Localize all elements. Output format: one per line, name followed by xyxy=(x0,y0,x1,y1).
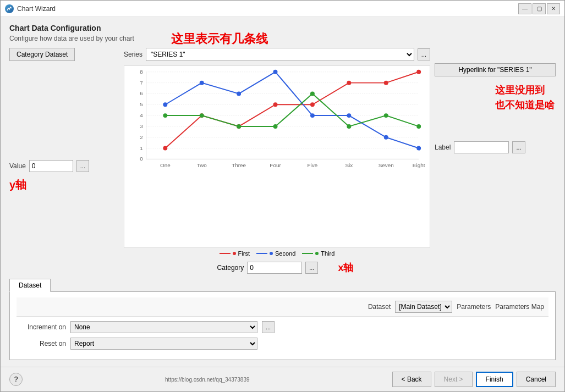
svg-text:5: 5 xyxy=(140,101,143,107)
increment-on-row: Increment on None ... xyxy=(17,321,548,333)
category-ellipsis-button[interactable]: ... xyxy=(305,262,318,274)
chart-container: 0 1 2 3 4 5 6 7 8 One Two Three Four xyxy=(124,65,430,248)
value-ellipsis-button[interactable]: ... xyxy=(76,160,89,172)
tab-content: Dataset [Main Dataset] Parameters Parame… xyxy=(9,292,556,360)
dataset-label: Dataset xyxy=(368,303,391,311)
minimize-button[interactable]: — xyxy=(518,3,531,14)
close-button[interactable]: ✕ xyxy=(547,3,560,14)
svg-point-44 xyxy=(200,113,204,118)
dataset-select[interactable]: [Main Dataset] xyxy=(395,301,452,313)
svg-text:Six: Six xyxy=(345,162,353,168)
xaxis-annotation: x轴 xyxy=(338,261,353,274)
reset-on-row: Reset on Report xyxy=(17,338,548,350)
legend-first: First xyxy=(220,250,250,257)
svg-point-27 xyxy=(163,146,167,151)
label-input[interactable] xyxy=(454,141,509,153)
svg-text:6: 6 xyxy=(140,90,143,96)
svg-text:4: 4 xyxy=(140,112,143,118)
center-panel: Series "SERIES 1" ... xyxy=(124,48,430,274)
annotation-right: 这里没用到 也不知道是啥 xyxy=(495,83,555,113)
left-panel: Category Dataset Value ... y轴 xyxy=(9,48,119,274)
legend-third: Third xyxy=(302,250,334,257)
svg-point-36 xyxy=(200,81,204,85)
series-ellipsis-button[interactable]: ... xyxy=(418,48,430,60)
window-icon xyxy=(5,4,14,13)
svg-text:Four: Four xyxy=(270,162,281,168)
series-label: Series xyxy=(124,51,142,58)
value-label: Value xyxy=(9,162,26,170)
increment-on-select[interactable]: None xyxy=(70,321,257,333)
value-row: Value ... xyxy=(9,160,89,172)
category-dataset-button[interactable]: Category Dataset xyxy=(9,48,75,61)
svg-point-46 xyxy=(273,124,278,129)
svg-point-31 xyxy=(310,102,315,107)
tab-bar: Dataset xyxy=(9,279,556,292)
svg-point-43 xyxy=(163,113,167,118)
page-title: Chart Data Configuration xyxy=(9,24,556,32)
titlebar: Chart Wizard — ▢ ✕ xyxy=(1,1,564,17)
value-input[interactable] xyxy=(29,160,73,172)
page-subtitle: Configure how data are used by your char… xyxy=(9,35,556,42)
tabs-section: Dataset Dataset [Main Dataset] Parameter… xyxy=(9,279,556,360)
svg-text:8: 8 xyxy=(140,69,143,75)
svg-point-37 xyxy=(237,91,241,96)
svg-text:7: 7 xyxy=(140,80,143,86)
svg-point-40 xyxy=(347,113,351,118)
series-select[interactable]: "SERIES 1" xyxy=(146,48,414,61)
svg-text:2: 2 xyxy=(140,134,143,140)
svg-text:Five: Five xyxy=(308,162,318,168)
svg-text:1: 1 xyxy=(140,145,143,151)
finish-button[interactable]: Finish xyxy=(476,372,513,387)
svg-point-33 xyxy=(384,81,388,85)
category-row: Category ... x轴 xyxy=(217,261,337,274)
help-button[interactable]: ? xyxy=(9,373,23,386)
svg-point-32 xyxy=(347,81,351,85)
svg-point-49 xyxy=(384,113,388,118)
svg-text:Two: Two xyxy=(197,162,207,168)
tab-dataset[interactable]: Dataset xyxy=(9,279,51,292)
reset-on-select[interactable]: Report xyxy=(70,338,257,350)
window-controls: — ▢ ✕ xyxy=(518,3,560,14)
label-label: Label xyxy=(435,143,451,151)
svg-text:3: 3 xyxy=(140,123,143,129)
right-panel: Hyperlink for "SERIES 1" Label ... xyxy=(435,48,556,274)
svg-point-45 xyxy=(237,124,241,129)
main-area: Category Dataset Value ... y轴 Series "S xyxy=(9,48,556,274)
footer: ? https://blog.csdn.net/qq_34373839 < Ba… xyxy=(1,367,564,391)
window-title: Chart Wizard xyxy=(17,5,56,13)
category-label: Category xyxy=(217,264,244,272)
back-button[interactable]: < Back xyxy=(392,372,431,387)
maximize-button[interactable]: ▢ xyxy=(533,3,546,14)
svg-text:0: 0 xyxy=(140,156,143,162)
increment-ellipsis-button[interactable]: ... xyxy=(262,321,275,333)
parameters-map-link[interactable]: Parameters Map xyxy=(495,303,544,311)
legend-second: Second xyxy=(256,250,295,257)
svg-point-39 xyxy=(310,113,315,118)
titlebar-left: Chart Wizard xyxy=(5,4,56,13)
svg-point-38 xyxy=(273,70,278,74)
svg-point-50 xyxy=(416,124,421,129)
annotation-lines: 这里表示有几条线 xyxy=(171,31,268,47)
content-area: Chart Data Configuration Configure how d… xyxy=(1,17,564,367)
footer-buttons: < Back Next > Finish Cancel xyxy=(392,372,556,387)
category-input[interactable] xyxy=(247,262,302,274)
svg-point-35 xyxy=(163,102,167,107)
cancel-button[interactable]: Cancel xyxy=(517,372,556,387)
footer-url: https://blog.csdn.net/qq_34373839 xyxy=(165,377,249,383)
reset-on-label: Reset on xyxy=(17,340,66,347)
main-window: Chart Wizard — ▢ ✕ Chart Data Configurat… xyxy=(0,0,565,392)
label-ellipsis-button[interactable]: ... xyxy=(512,141,525,153)
parameters-link[interactable]: Parameters xyxy=(457,303,491,311)
svg-text:One: One xyxy=(160,162,171,168)
next-button[interactable]: Next > xyxy=(435,372,473,387)
svg-point-47 xyxy=(310,91,315,96)
yaxis-annotation: y轴 xyxy=(9,178,89,192)
svg-point-48 xyxy=(347,124,351,129)
hyperlink-button[interactable]: Hyperlink for "SERIES 1" xyxy=(435,63,556,76)
svg-text:Three: Three xyxy=(232,162,246,168)
svg-text:Seven: Seven xyxy=(379,162,394,168)
chart-legend: First Second Third xyxy=(220,250,335,257)
label-row: Label ... xyxy=(435,141,556,153)
svg-point-34 xyxy=(416,70,421,74)
label-section: Label ... xyxy=(435,141,556,153)
